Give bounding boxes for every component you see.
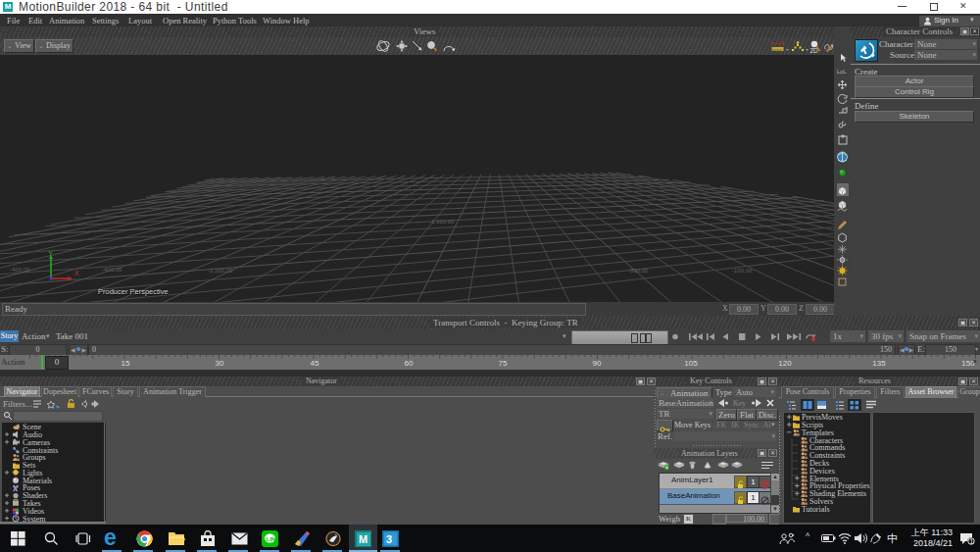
svg-text:30: 30 — [216, 359, 224, 368]
svg-text:3: 3 — [386, 533, 392, 545]
svg-text:60: 60 — [405, 359, 414, 368]
svg-text:Key: Key — [733, 399, 746, 408]
svg-text:LcL: LcL — [837, 69, 847, 75]
svg-text:90: 90 — [593, 359, 602, 368]
svg-text:X: X — [74, 270, 79, 276]
svg-text:135: 135 — [872, 359, 886, 368]
svg-text:Y: Y — [49, 251, 54, 257]
svg-text:Tutorials: Tutorials — [802, 505, 830, 514]
svg-text:1: 1 — [970, 538, 974, 545]
svg-text:105: 105 — [684, 359, 698, 368]
svg-text:120: 120 — [778, 359, 792, 368]
svg-text:LINE: LINE — [267, 536, 279, 542]
svg-text:System: System — [23, 515, 46, 522]
svg-text:45: 45 — [311, 359, 319, 368]
svg-text:15: 15 — [122, 359, 130, 368]
svg-text:75: 75 — [499, 359, 508, 368]
